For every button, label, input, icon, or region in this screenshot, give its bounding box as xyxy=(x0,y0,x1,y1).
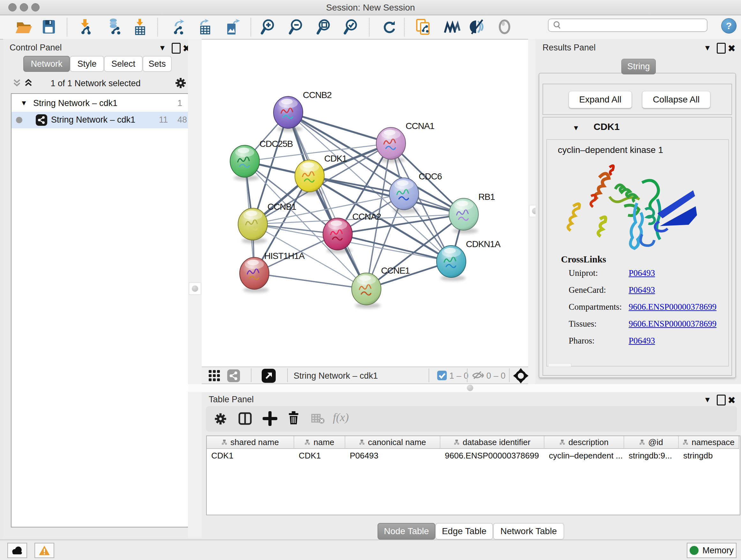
crosslink-value-link[interactable]: 9606.ENSP00000378699 xyxy=(629,319,717,329)
network-view-canvas[interactable]: CCNB2CCNA1CDC25BCDK1CDC6RB1CCNB1CCNA2CDK… xyxy=(202,40,528,367)
node-label: CDKN1A xyxy=(466,239,501,249)
show-columns-icon[interactable] xyxy=(238,411,253,427)
tab-node-table[interactable]: Node Table xyxy=(378,523,435,540)
control-panel-float-icon[interactable]: ▼ xyxy=(158,44,166,52)
table-cell[interactable]: stringdb xyxy=(679,449,739,462)
crosslink-row: Pharos:P06493 xyxy=(569,336,728,346)
toolbar-separator xyxy=(67,18,67,37)
zoom-fit-icon[interactable] xyxy=(315,17,334,37)
import-network-from-database-icon[interactable] xyxy=(105,17,124,37)
open-external-icon[interactable] xyxy=(262,369,276,384)
network-node-RB1[interactable] xyxy=(449,198,478,234)
open-session-icon[interactable] xyxy=(14,17,33,37)
expand-all-button[interactable]: Expand All xyxy=(569,91,632,108)
column-header-description[interactable]: description xyxy=(544,436,624,449)
crosslink-value-link[interactable]: P06493 xyxy=(629,285,655,295)
network-node-CCNB2[interactable] xyxy=(273,97,303,132)
splitter-handle-icon[interactable] xyxy=(467,385,473,391)
import-table-icon[interactable] xyxy=(131,17,150,37)
function-builder-icon: f(x) xyxy=(333,411,349,424)
gene-collapse-icon[interactable]: ▼ xyxy=(572,124,580,132)
table-gear-icon[interactable] xyxy=(213,412,227,427)
table-panel-maximize-icon[interactable] xyxy=(717,395,726,406)
results-panel-close-icon[interactable]: ✖ xyxy=(728,43,736,54)
collapse-all-button[interactable]: Collapse All xyxy=(642,91,711,108)
network-node-CCNB1[interactable] xyxy=(238,208,267,244)
results-panel-float-icon[interactable]: ▼ xyxy=(704,44,711,52)
table-cell[interactable]: cyclin–dependent ... xyxy=(544,449,624,462)
memory-status-button[interactable]: Memory xyxy=(687,543,737,558)
crosslink-value-link[interactable]: P06493 xyxy=(629,268,655,278)
fit-content-crosshair-icon[interactable] xyxy=(513,368,529,385)
column-header-canonical-name[interactable]: canonical name xyxy=(345,436,441,449)
zoom-selected-icon[interactable] xyxy=(342,17,361,37)
column-header-shared-name[interactable]: shared name xyxy=(207,436,294,449)
cloud-status-button[interactable] xyxy=(7,543,27,558)
zoom-in-icon[interactable] xyxy=(259,17,278,37)
network-edge-count: 48 xyxy=(178,115,187,125)
crosslink-value-link[interactable]: P06493 xyxy=(629,336,655,346)
column-header-namespace[interactable]: namespace xyxy=(679,436,739,449)
column-header-label: namespace xyxy=(691,437,734,447)
zoom-out-icon[interactable] xyxy=(287,17,307,37)
create-column-icon[interactable] xyxy=(263,411,277,427)
network-node-CCNE1[interactable] xyxy=(352,273,381,308)
splitter-handle-icon[interactable] xyxy=(192,286,198,292)
results-panel-maximize-icon[interactable] xyxy=(717,43,726,54)
presentation-eye-icon[interactable] xyxy=(495,17,514,37)
network-node-CDC25B[interactable] xyxy=(230,145,259,181)
table-cell[interactable]: CDK1 xyxy=(207,449,294,462)
delete-column-trash-icon[interactable] xyxy=(286,411,301,427)
column-header--id[interactable]: @id xyxy=(624,436,679,449)
column-header-name[interactable]: name xyxy=(294,436,345,449)
tab-sets[interactable]: Sets xyxy=(143,56,172,72)
export-network-icon[interactable] xyxy=(170,17,189,37)
tab-string[interactable]: String xyxy=(621,59,656,74)
network-node-count: 11 xyxy=(159,115,168,125)
tab-select[interactable]: Select xyxy=(104,56,143,72)
annotation-share-icon[interactable] xyxy=(227,369,240,383)
network-panel-gear-icon[interactable] xyxy=(174,77,187,91)
selected-checkbox-icon[interactable] xyxy=(437,371,447,381)
table-cell[interactable]: P06493 xyxy=(345,449,441,462)
network-node-CCNA1[interactable] xyxy=(376,127,406,163)
help-button[interactable]: ? xyxy=(721,18,737,34)
network-row-selected[interactable]: String Network – cdk1 11 48 xyxy=(11,112,189,128)
import-network-icon[interactable] xyxy=(76,17,95,37)
save-session-icon[interactable] xyxy=(39,17,58,37)
enhanced-graphics-icon[interactable] xyxy=(468,17,487,37)
column-header-database-identifier[interactable]: database identifier xyxy=(441,436,544,449)
export-image-icon[interactable] xyxy=(223,17,242,37)
export-table-icon[interactable] xyxy=(196,17,215,37)
table-toolbar: f(x) xyxy=(206,406,737,432)
crosslink-value-link[interactable]: 9606.ENSP00000378699 xyxy=(629,302,717,312)
control-panel-maximize-icon[interactable] xyxy=(172,43,181,54)
warning-status-button[interactable] xyxy=(35,543,54,558)
network-node-CDKN1A[interactable] xyxy=(436,246,466,281)
birdseye-grid-icon[interactable] xyxy=(208,369,221,383)
gene-section: ▼ CDK1 cyclin–dependent kinase 1 xyxy=(542,117,732,376)
table-panel-close-icon[interactable]: ✖ xyxy=(728,395,736,406)
node-label: CDC25B xyxy=(259,139,293,149)
horizontal-splitter[interactable] xyxy=(188,384,741,392)
toolbar-separator xyxy=(251,368,252,382)
collection-expand-icon[interactable]: ▼ xyxy=(20,99,27,107)
tab-edge-table[interactable]: Edge Table xyxy=(435,523,493,540)
node-table[interactable]: shared namenamecanonical namedatabase id… xyxy=(206,435,740,515)
search-input[interactable] xyxy=(548,18,708,32)
table-cell[interactable]: 9606.ENSP00000378699 xyxy=(441,449,544,462)
table-cell[interactable]: CDK1 xyxy=(294,449,345,462)
tab-network[interactable]: Network xyxy=(23,56,70,72)
collection-count: 1 xyxy=(178,98,182,108)
results-hscroll-thumb[interactable] xyxy=(548,363,571,367)
network-node-HIST1H1A[interactable] xyxy=(240,257,269,293)
table-cell[interactable]: stringdb:9... xyxy=(624,449,679,462)
tab-style[interactable]: Style xyxy=(70,56,104,72)
table-panel-float-icon[interactable]: ▼ xyxy=(704,395,711,404)
refresh-icon[interactable] xyxy=(380,17,399,37)
structures-icon[interactable] xyxy=(442,17,461,37)
string-query-icon[interactable] xyxy=(414,17,433,37)
tab-network-table[interactable]: Network Table xyxy=(493,523,564,540)
left-splitter[interactable] xyxy=(188,39,202,538)
network-collection-row[interactable]: ▼ String Network – cdk1 1 xyxy=(11,95,189,112)
